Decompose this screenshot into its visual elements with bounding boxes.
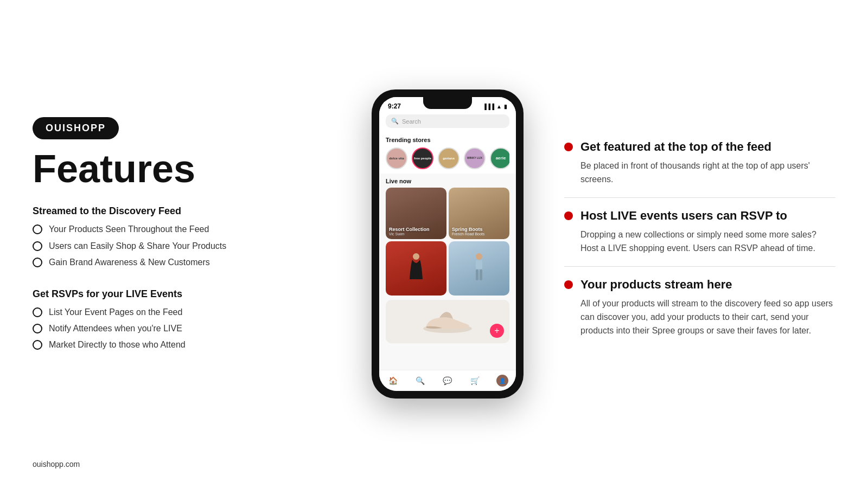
status-time: 9:27	[388, 102, 401, 110]
bullet-item: Users can Easily Shop & Share Your Produ…	[33, 240, 331, 252]
live-grid: Resort Collection Vic Swim Spring Boots …	[386, 188, 509, 239]
svg-point-0	[413, 253, 419, 260]
live-card-resort-sub: Vic Swim	[389, 232, 430, 236]
feature-desc-1: Be placed in front of thousands right at…	[564, 159, 835, 187]
battery-icon: ▮	[504, 104, 507, 110]
section1-bullets: Your Products Seen Throughout the Feed U…	[33, 223, 331, 273]
svg-rect-3	[476, 269, 478, 280]
search-bar: 🔍 Search	[379, 112, 516, 132]
store-avatar-aerie[interactable]: aerie	[490, 147, 509, 169]
live-card-resort[interactable]: Resort Collection Vic Swim	[386, 188, 446, 239]
right-section: Get featured at the top of the feed Be p…	[564, 140, 835, 349]
live-card-boots-sub: French Road Boots	[452, 232, 484, 236]
product-card-sport[interactable]	[449, 241, 509, 296]
feature-header-1: Get featured at the top of the feed	[564, 140, 835, 154]
phone-screen: 9:27 ▐▐▐ ▲ ▮ 🔍 Search Trendin	[379, 97, 516, 391]
live-card-boots-title: Spring Boots	[452, 227, 484, 232]
left-section: OUISHOPP Features Streamed to the Discov…	[33, 117, 331, 370]
bullet-item: Your Products Seen Throughout the Feed	[33, 223, 331, 235]
search-icon: 🔍	[391, 118, 399, 125]
feature-item-1: Get featured at the top of the feed Be p…	[564, 140, 835, 198]
bullet-icon	[33, 307, 42, 317]
bullet-item: List Your Event Pages on the Feed	[33, 306, 331, 318]
feature-header-2: Host LIVE events users can RSVP to	[564, 209, 835, 223]
bullet-icon	[33, 324, 42, 333]
feature-title-3: Your products stream here	[580, 278, 732, 292]
feature-desc-2: Dropping a new collections or simply nee…	[564, 228, 835, 255]
bullet-icon	[33, 241, 42, 251]
phone-nav: 🏠 🔍 💬 🛒 👤	[379, 370, 516, 391]
store-avatar-dolce-vita[interactable]: dolce vita	[386, 147, 407, 169]
svg-rect-4	[480, 269, 482, 280]
section2-bullets: List Your Event Pages on the Feed Notify…	[33, 306, 331, 356]
bullet-text: Market Directly to those who Attend	[49, 339, 186, 351]
product-card-dress[interactable]	[386, 241, 446, 296]
svg-point-1	[476, 253, 482, 260]
signal-icon: ▐▐▐	[483, 104, 494, 110]
bullet-text: Notify Attendees when you're LIVE	[49, 323, 182, 335]
phone-notch	[423, 97, 472, 109]
feature-header-3: Your products stream here	[564, 278, 835, 292]
shoe-card: +	[386, 300, 509, 343]
page-wrapper: OUISHOPP Features Streamed to the Discov…	[0, 0, 868, 488]
feature-item-2: Host LIVE events users can RSVP to Dropp…	[564, 209, 835, 267]
phone-section: 9:27 ▐▐▐ ▲ ▮ 🔍 Search Trendin	[372, 89, 524, 399]
bullet-item: Notify Attendees when you're LIVE	[33, 323, 331, 335]
trending-label: Trending stores	[386, 137, 509, 143]
bullet-text: Your Products Seen Throughout the Feed	[49, 223, 209, 235]
red-dot-icon	[564, 211, 573, 220]
store-avatar-winkylux[interactable]: WINKY LUX	[464, 147, 486, 169]
feature-title-1: Get featured at the top of the feed	[580, 140, 771, 154]
section2-heading: Get RSVPs for your LIVE Events	[33, 288, 331, 300]
logo-pill: OUISHOPP	[33, 117, 119, 139]
wifi-icon: ▲	[496, 104, 502, 110]
bullet-text: Gain Brand Awareness & New Customers	[49, 256, 210, 268]
bullet-icon	[33, 340, 42, 350]
red-dot-icon	[564, 280, 573, 289]
bullet-icon	[33, 258, 42, 267]
plus-icon: +	[494, 326, 499, 336]
live-card-boots[interactable]: Spring Boots French Road Boots	[449, 188, 509, 239]
nav-cart-icon[interactable]: 🛒	[469, 375, 481, 387]
page-title: Features	[33, 149, 331, 188]
feature-title-2: Host LIVE events users can RSVP to	[580, 209, 787, 223]
logo-text: OUISHOPP	[46, 123, 106, 134]
status-icons: ▐▐▐ ▲ ▮	[483, 104, 507, 110]
feature-item-3: Your products stream here All of your pr…	[564, 278, 835, 349]
live-label: Live now	[386, 178, 509, 184]
store-avatar-goriana[interactable]: goriana	[438, 147, 459, 169]
bullet-item: Market Directly to those who Attend	[33, 339, 331, 351]
bullet-icon	[33, 224, 42, 234]
search-placeholder: Search	[402, 118, 421, 125]
live-card-resort-title: Resort Collection	[389, 227, 430, 232]
nav-profile-icon[interactable]: 👤	[496, 375, 508, 387]
red-dot-icon	[564, 143, 573, 151]
store-avatar-free-people[interactable]: free people	[412, 147, 433, 169]
live-section: Live now Resort Collection Vic Swim	[379, 174, 516, 239]
feature-desc-3: All of your products will stream to the …	[564, 297, 835, 337]
section1-heading: Streamed to the Discovery Feed	[33, 206, 331, 217]
nav-home-icon[interactable]: 🏠	[387, 375, 399, 387]
svg-rect-2	[476, 260, 482, 269]
bullet-item: Gain Brand Awareness & New Customers	[33, 256, 331, 268]
store-avatars: dolce vita free people goriana WINKY LUX…	[386, 147, 509, 169]
search-input-display[interactable]: 🔍 Search	[386, 114, 509, 128]
nav-chat-icon[interactable]: 💬	[442, 375, 454, 387]
website-url: ouishopp.com	[33, 460, 80, 468]
shoe-section: +	[379, 298, 516, 348]
nav-search-icon[interactable]: 🔍	[414, 375, 426, 387]
bullet-text: List Your Event Pages on the Feed	[49, 306, 182, 318]
add-button[interactable]: +	[490, 324, 504, 338]
bullet-text: Users can Easily Shop & Share Your Produ…	[49, 240, 226, 252]
product-row	[379, 239, 516, 298]
phone-frame: 9:27 ▐▐▐ ▲ ▮ 🔍 Search Trendin	[372, 89, 524, 399]
trending-section: Trending stores dolce vita free people g…	[379, 132, 516, 174]
